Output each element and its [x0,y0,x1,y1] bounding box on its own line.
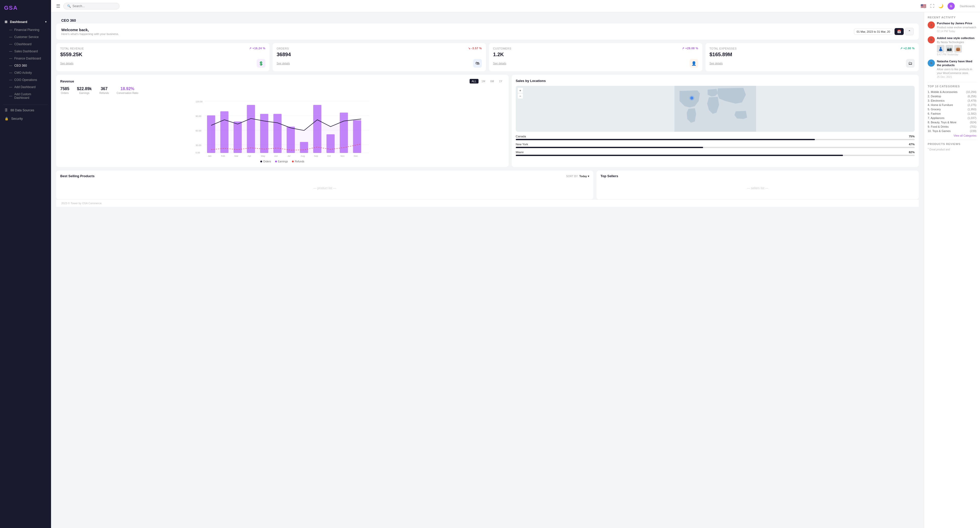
legend-dot-1 [275,161,277,163]
category-item-9: 10. Toys & Games(239) [928,129,977,132]
svg-text:Aug: Aug [301,155,305,157]
sidebar-item-add-custom-dashboard[interactable]: — Add Custom Dashboard [0,91,51,101]
sort-label: SORT BY: [566,175,578,178]
activity-content-0: Purchase by James Price Product noise ev… [937,21,977,33]
sidebar-item-financial-planning[interactable]: — Financial Planning [0,26,51,33]
right-panel: RECENT ACTIVITY J Purchase by James Pric… [924,12,980,528]
search-box[interactable]: 🔍 [63,3,119,10]
location-fill-2 [516,155,843,156]
cat-name-2: 3. Electronics [928,99,945,102]
rev-stat-0: 7585Orders [60,86,69,94]
location-name-0: Canada [516,135,526,138]
stat-link-3[interactable]: See details [710,62,723,65]
location-pct-0: 75% [909,135,915,138]
legend-item-2: Refunds [292,160,304,163]
sidebar-item-sales-dashboard[interactable]: — Sales Dashboard [0,48,51,55]
sidebar-item-coo-operations[interactable]: — COO Operations [0,77,51,83]
stat-change-3: ↗ +2.00 % [900,47,915,50]
locations-header: Sales by Locations [516,79,915,83]
stat-card-1: ORDERS ↘ -3.57 % 36894 See details 🛍 [272,43,486,71]
hamburger-icon[interactable]: ☰ [56,3,60,9]
activity-img-1-0: 👗 [937,45,945,53]
chart-tab-all[interactable]: ALL [469,79,479,83]
zoom-in-button[interactable]: + [518,88,523,93]
sidebar-item-label: CMO Activity [14,71,32,75]
stat-value-1: 36894 [277,51,482,57]
cat-name-4: 5. Grocery [928,108,941,111]
legend-label-2: Refunds [295,160,304,163]
stat-change-2: ↗ +29.08 % [682,47,698,50]
stat-link-2[interactable]: See details [493,62,506,65]
chart-tab-1m[interactable]: 1M [479,79,487,83]
legend-label-1: Earnings [278,160,288,163]
activity-item-2: N Natasha Carey have liked the products … [928,59,977,78]
zoom-out-button[interactable]: − [518,93,523,99]
date-nav-button[interactable]: ⌃ [905,28,914,35]
best-selling-title: Best Selling Products [60,174,94,178]
cat-count-5: (1,582) [967,112,977,115]
moon-icon[interactable]: 🌙 [939,3,943,8]
category-item-8: 9. Food & Drinks(701) [928,125,977,128]
fullscreen-icon[interactable]: ⛶ [930,4,934,8]
activity-img-1-2: 👜 [954,45,962,53]
cat-name-3: 4. Home & Furniture [928,104,953,107]
sidebar-item-security[interactable]: 🔒 Security [0,114,51,123]
location-header-0: Canada 75% [516,135,915,138]
rev-stat-value-1: $22.89k [77,86,92,91]
charts-row: Revenue ALL1M6M1Y 7585Orders$22.89kEarni… [56,75,919,167]
header-right: 🇺🇸 ⛶ 🌙 G Dashboards [921,3,975,10]
sidebar-item-add-dashboard[interactable]: — Add Dashboard [0,83,51,91]
top-sellers-title: Top Sellers [600,174,618,178]
cat-name-5: 6. Fashion [928,112,941,115]
activity-title-2: Natasha Carey have liked the products [937,59,977,67]
view-all-categories[interactable]: View all Categories [928,134,977,137]
bottom-row: Best Selling Products SORT BY: Today ▾ —… [56,171,919,199]
activity-avatar-1: N [928,36,935,43]
location-item-0: Canada 75% [516,135,915,140]
stat-value-3: $165.89M [710,51,915,57]
stat-card-3: TOTAL EXPENSSES ↗ +2.00 % $165.89M See d… [705,43,919,71]
dash-icon: — [9,35,12,39]
rev-stat-value-0: 7585 [60,86,69,91]
chart-tab-6m[interactable]: 6M [488,79,496,83]
sidebar-item-finance-dashboard[interactable]: — Finance Dashboard [0,55,51,62]
sidebar-item-customer-service[interactable]: — Customer Service [0,33,51,41]
stat-link-0[interactable]: See details [60,62,73,65]
activity-item-0: J Purchase by James Price Product noise … [928,21,977,33]
date-range-input[interactable]: 01 Mar, 2023 to 31 Mar, 20 [854,29,893,35]
breadcrumb: CEO 360 [56,16,919,24]
location-bar-1 [516,147,915,148]
svg-text:Apr: Apr [248,155,251,157]
sidebar-item-data-sources[interactable]: 🗄 88 Data Sources [0,106,51,114]
activity-time-2: 25 Dec, 2021 [937,76,977,78]
svg-text:Jun: Jun [274,155,278,157]
top-sellers-card: Top Sellers — sellers list — [597,171,919,199]
svg-text:Nov: Nov [340,155,345,157]
location-name-1: New York [516,143,528,146]
sidebar-item-cmo-activity[interactable]: — CMO Activity [0,69,51,77]
sidebar-item-cdashboard[interactable]: — CDashboard [0,41,51,48]
svg-text:Mar: Mar [234,155,239,157]
legend-dot-2 [292,161,294,163]
rev-stat-label-0: Orders [60,92,69,94]
stat-card-2: CUSTOMERS ↗ +29.08 % 1.2K See details 👤 [489,43,702,71]
rev-stat-value-2: 367 [99,86,109,91]
stat-link-1[interactable]: See details [277,62,290,65]
sidebar-dashboard-parent[interactable]: ⊞ Dashboard ▾ [0,18,51,26]
cat-name-6: 7. Appliances [928,116,944,120]
user-avatar[interactable]: G [948,3,955,10]
chart-tab-1y[interactable]: 1Y [497,79,504,83]
stat-value-2: 1.2K [493,51,698,57]
sidebar-item-ceo-360[interactable]: — CEO 360 [0,62,51,69]
sort-value[interactable]: Today ▾ [579,175,589,178]
calendar-button[interactable]: 📅 [894,28,904,35]
dashboards-label: Dashboards [960,5,975,8]
data-sources-label: 88 Data Sources [11,108,34,112]
welcome-sub: Here's what's happening with your busine… [61,32,119,35]
dash-icon: — [9,57,12,60]
sidebar-children: — Financial Planning— Customer Service— … [0,26,51,101]
search-input[interactable] [73,4,116,8]
sidebar-item-label: COO Operations [14,78,37,82]
stat-icon-0: 💲 [257,59,266,68]
category-list: 1. Mobile & Accessories(10,294)2. Deskto… [928,90,977,132]
